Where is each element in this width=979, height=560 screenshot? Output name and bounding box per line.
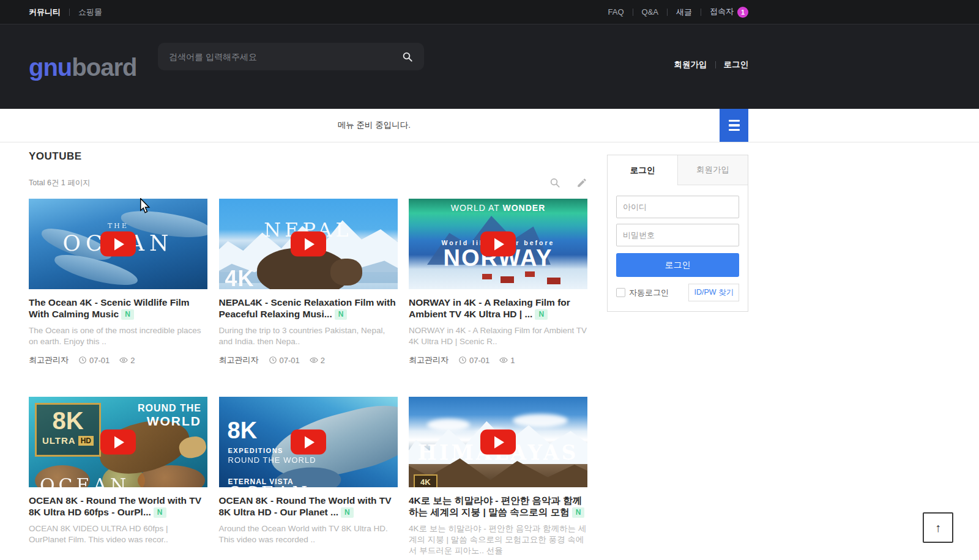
thumb-text: OCEAN [40,474,130,487]
login-submit-button[interactable]: 로그인 [616,253,739,277]
new-badge: N [535,309,548,320]
thumb-text: ROUND THE WORLD [228,455,316,465]
video-title-text: The Ocean 4K - Scenic Wildlife Film With… [29,297,190,319]
video-title[interactable]: NORWAY in 4K - A Relaxing Film for Ambie… [409,297,587,320]
find-id-pw-link[interactable]: ID/PW 찾기 [688,284,739,301]
view-count: 2 [321,356,325,365]
thumb-text-8k: 8K [228,418,258,444]
video-thumbnail-ocean-dolphins[interactable]: THE OCEAN [29,199,207,289]
youtube-play-icon[interactable] [291,430,326,455]
thumb-badge-4k: 4K [414,474,437,487]
video-thumbnail-himalayas[interactable]: HIMALAYAS 4K [409,397,587,487]
video-description: NORWAY in 4K - A Relaxing Film for Ambie… [409,325,587,347]
author-name: 최고관리자 [29,355,69,366]
menu-notice-text: 메뉴 준비 중입니다. [29,109,720,142]
site-header: gnuboard 회원가입 로그인 [0,24,979,109]
topbar-item-community[interactable]: 커뮤니티 [29,7,69,18]
site-logo[interactable]: gnuboard [29,54,136,81]
thumb-text: OCEAN [228,483,311,487]
hamburger-menu-button[interactable] [720,109,748,142]
post-date: 07-01 [469,356,489,365]
logo-board: board [72,54,136,81]
new-badge: N [341,507,354,518]
post-date: 07-01 [89,356,110,365]
sidebar: 로그인 회원가입 로그인 자동로그인 ID/PW 찾기 [607,150,748,312]
video-title-text: OCEAN 8K - Round The World with TV 8K Ul… [29,495,201,517]
youtube-play-icon[interactable] [480,232,516,257]
video-card: 8K ULTRAHD ROUND THE WORLD OCEAN OCEAN 8… [29,397,207,556]
eye-icon [310,356,318,364]
video-title[interactable]: NEPAL4K - Scenic Relaxation Film with Pe… [219,297,398,320]
video-title[interactable]: 4K로 보는 히말라야 - 편안한 음악과 함께하는 세계의 지붕 | 말씀 속… [409,495,587,518]
youtube-play-icon[interactable] [291,232,326,257]
author-name: 최고관리자 [409,355,449,366]
board-search-icon[interactable] [549,177,560,188]
video-thumbnail-norway-aurora[interactable]: WORLD AT WONDER World like never before … [409,199,587,289]
video-card: NEPAL 4K NEPAL4K - Scenic Relaxation Fil… [219,199,398,366]
new-badge: N [335,309,348,320]
topbar-item-qna[interactable]: Q&A [633,7,667,17]
auto-login-checkbox[interactable] [616,288,625,297]
topbar-item-new-posts[interactable]: 새글 [668,7,701,18]
main-menu-bar: 메뉴 준비 중입니다. [0,109,979,142]
video-title-text: NEPAL4K - Scenic Relaxation Film with Pe… [219,297,396,319]
thumb-text: WORLD [147,414,201,429]
video-meta: 최고관리자 07-01 2 [29,355,207,366]
topbar-right-menu: FAQ Q&A 새글 접속자1 [600,6,748,18]
login-id-field[interactable] [616,196,739,218]
video-title[interactable]: OCEAN 8K - Round The World with TV 8K Ul… [29,495,207,518]
video-thumbnail-ocean-whale[interactable]: 8K EXPEDITIONS ROUND THE WORLD ETERNAL V… [219,397,398,487]
youtube-play-icon[interactable] [100,232,136,257]
login-form: 로그인 자동로그인 ID/PW 찾기 [608,185,748,311]
youtube-play-icon[interactable] [100,430,136,455]
write-post-icon[interactable] [576,177,587,188]
video-description: During the trip to 3 countries Pakistan,… [219,325,398,347]
thumb-text: ROUND THE [138,403,201,414]
new-badge: N [121,309,134,320]
eye-icon [119,356,128,364]
view-count: 2 [130,356,135,365]
thumb-text: EXPEDITIONS [228,447,283,454]
topbar-left-menu: 커뮤니티 쇼핑몰 [29,7,111,18]
tab-login[interactable]: 로그인 [608,155,677,185]
main-content: YOUTUBE Total 6건 1 페이지 THE OCEAN The Oce… [29,142,748,560]
video-card-grid: THE OCEAN The Ocean 4K - Scenic Wildlife… [29,199,587,560]
video-card: HIMALAYAS 4K 4K로 보는 히말라야 - 편안한 음악과 함께하는 … [409,397,587,556]
new-badge: N [154,507,166,518]
scroll-to-top-button[interactable]: ↑ [923,512,953,543]
clock-icon [458,356,467,364]
search-input[interactable] [169,52,402,62]
video-title[interactable]: OCEAN 8K - Round The World with TV 8K Ul… [219,495,398,518]
video-thumbnail-nepal-mountain[interactable]: NEPAL 4K [219,199,398,289]
video-description: OCEAN 8K VIDEO ULTRA HD 60fps | OurPlane… [29,523,207,545]
topbar-item-shop[interactable]: 쇼핑몰 [70,7,111,18]
auto-login-label: 자동로그인 [629,287,669,298]
visitors-label: 접속자 [710,7,734,16]
board-title: YOUTUBE [29,150,587,163]
topbar-item-visitors[interactable]: 접속자1 [701,6,748,18]
up-arrow-icon: ↑ [935,521,941,535]
hamburger-icon [729,120,740,122]
topbar-item-faq[interactable]: FAQ [600,7,633,17]
tab-signup[interactable]: 회원가입 [677,155,748,185]
thumb-text-brand: WORLD AT WONDER [451,203,546,213]
youtube-board: YOUTUBE Total 6건 1 페이지 THE OCEAN The Oce… [29,150,587,560]
login-link[interactable]: 로그인 [716,59,749,70]
video-description: The Ocean is one of the most incredible … [29,325,207,347]
video-thumbnail-ocean-turtle[interactable]: 8K ULTRAHD ROUND THE WORLD OCEAN [29,397,207,487]
video-card: THE OCEAN The Ocean 4K - Scenic Wildlife… [29,199,207,366]
header-links: 회원가입 로그인 [666,59,749,70]
video-title-text: 4K로 보는 히말라야 - 편안한 음악과 함께하는 세계의 지붕 | 말씀 속… [409,495,582,517]
header-search [158,43,424,70]
signup-link[interactable]: 회원가입 [666,59,715,70]
logo-gnu: gnu [29,54,72,81]
video-description: Around the Ocean World with TV 8K Ultra … [219,523,398,545]
post-date: 07-01 [280,356,300,365]
youtube-play-icon[interactable] [480,430,516,455]
login-password-field[interactable] [616,224,739,246]
thumb-text: THE [108,222,128,230]
clock-icon [269,356,277,364]
search-icon[interactable] [402,51,413,62]
video-title[interactable]: The Ocean 4K - Scenic Wildlife Film With… [29,297,207,320]
auto-login-option[interactable]: 자동로그인 [616,287,669,298]
